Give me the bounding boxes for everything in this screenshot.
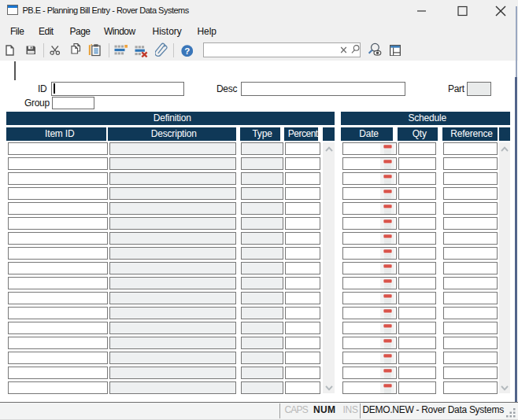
svg-text:?: ? bbox=[184, 46, 190, 55]
